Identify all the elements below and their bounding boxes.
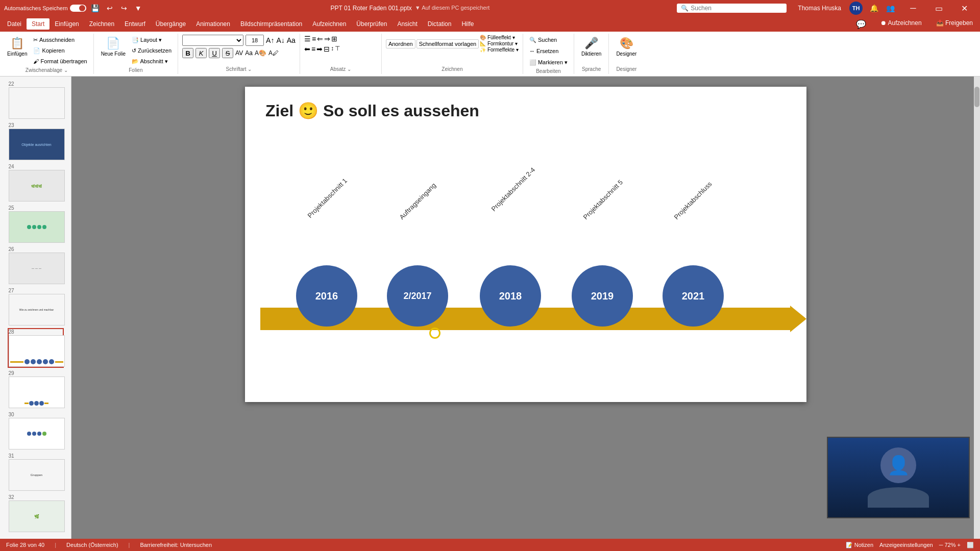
share-icon[interactable]: 👥 <box>885 3 895 13</box>
effects-button[interactable]: ✨ Formeffekte ▾ <box>480 47 519 53</box>
menu-animationen[interactable]: Animationen <box>191 18 235 30</box>
highlight-color[interactable]: A🎨 <box>255 49 266 57</box>
underline-button[interactable]: U <box>209 48 220 58</box>
comments-icon[interactable]: 💬 <box>851 17 871 31</box>
slide-thumb-28[interactable]: 28 <box>8 328 64 368</box>
minimize-button[interactable]: ─ <box>901 0 925 16</box>
search-input[interactable] <box>691 5 782 12</box>
menu-ueberpruefen[interactable]: Überprüfen <box>351 18 392 30</box>
save-button[interactable]: 💾 <box>90 3 101 13</box>
freigeben-button[interactable]: 📤 Freigeben <box>931 17 978 31</box>
bold-button[interactable]: B <box>182 48 193 58</box>
layout-button[interactable]: 📑 Layout ▾ <box>130 35 174 45</box>
quick-styles[interactable]: Schnellformat vorlagen <box>416 39 479 48</box>
autosave-toggle-switch[interactable] <box>70 5 86 12</box>
cut-button[interactable]: ✂ Ausschneiden <box>31 35 89 45</box>
label-projektabschnitt5: Projektabschnitt 5 <box>581 178 624 221</box>
search-box[interactable]: 🔍 <box>677 4 787 13</box>
scrollbar-thumb[interactable] <box>974 87 979 107</box>
menu-uebergaenge[interactable]: Übergänge <box>151 18 191 30</box>
section-button[interactable]: 📂 Abschnitt ▾ <box>130 56 174 66</box>
menu-ansicht[interactable]: Ansicht <box>392 18 422 30</box>
menu-datei[interactable]: Datei <box>2 18 27 30</box>
fit-slide[interactable]: ⬜ <box>967 542 974 548</box>
indent-decrease[interactable]: ⇐ <box>317 35 323 43</box>
slide-thumb-29[interactable]: 29 <box>8 369 64 409</box>
align-right[interactable]: ➡ <box>316 45 323 53</box>
slide-thumb-31[interactable]: 31 Gruppen <box>8 452 64 492</box>
close-button[interactable]: ✕ <box>952 0 976 16</box>
clear-format[interactable]: Aa <box>287 36 296 44</box>
node-2016[interactable]: 2016 <box>296 265 357 327</box>
node-2017[interactable]: 2/2017 <box>387 265 448 327</box>
menu-hilfe[interactable]: Hilfe <box>456 18 479 30</box>
dictate-button[interactable]: 🎤 Diktieren <box>578 35 604 59</box>
node-2021[interactable]: 2021 <box>663 265 724 327</box>
font-selector[interactable] <box>182 35 243 46</box>
notes-button[interactable]: 📝 Notizen <box>846 542 873 548</box>
menu-dictation[interactable]: Dictation <box>423 18 457 30</box>
node-2018[interactable]: 2018 <box>480 265 541 327</box>
slide-thumb-26[interactable]: 26 ─ ─ ─ <box>8 245 64 285</box>
menu-zeichnen[interactable]: Zeichnen <box>84 18 119 30</box>
select-button[interactable]: ⬜ Markieren ▾ <box>527 57 570 67</box>
zoom-controls[interactable]: ─ 72% + <box>939 542 961 548</box>
char-spacing[interactable]: AV <box>235 49 243 57</box>
menu-bildschirm[interactable]: Bildschirmpräsentation <box>235 18 307 30</box>
copy-button[interactable]: 📄 Kopieren <box>31 45 89 56</box>
designer-button[interactable]: 🎨 Designer <box>613 35 640 59</box>
new-slide-button[interactable]: 📄 Neue Folie <box>98 35 129 59</box>
menu-einfuegen[interactable]: Einfügen <box>50 18 84 30</box>
slide-thumb-27[interactable]: 27 Wie zu zeichnen und machbar <box>8 287 64 327</box>
list-ordered[interactable]: ≡ <box>312 35 316 43</box>
decrease-font[interactable]: A↓ <box>276 36 284 44</box>
char-case[interactable]: Aa <box>245 49 253 57</box>
search-icon: 🔍 <box>681 5 689 12</box>
slide-thumb-22[interactable]: 22 <box>8 80 64 120</box>
view-settings[interactable]: Anzeigeeinstellungen <box>879 542 933 548</box>
align-left[interactable]: ⬅ <box>304 45 310 53</box>
slide-thumb-25[interactable]: 25 <box>8 204 64 244</box>
columns[interactable]: ⊞ <box>331 35 337 43</box>
autosave-toggle[interactable]: Automatisches Speichern <box>4 5 86 12</box>
slide-thumb-32[interactable]: 32 🌿 <box>8 493 64 533</box>
redo-button[interactable]: ↪ <box>119 3 129 13</box>
fill-button[interactable]: 🎨 Fülleeffekt ▾ <box>480 35 519 40</box>
search-button[interactable]: 🔍 Suchen <box>527 35 559 45</box>
video-overlay: 👤 <box>827 437 970 518</box>
menu-start[interactable]: Start <box>27 18 50 30</box>
reset-button[interactable]: ↺ Zurücksetzen <box>130 45 174 56</box>
restore-button[interactable]: ▭ <box>927 0 950 16</box>
font-size[interactable] <box>246 35 264 46</box>
text-align-v[interactable]: ⊤ <box>335 45 340 53</box>
slide-thumb-30[interactable]: 30 <box>8 411 64 450</box>
slide-thumb-24[interactable]: 24 🌿🌿🌿 <box>8 163 64 203</box>
menu-aufzeichnen[interactable]: Aufzeichnen <box>307 18 351 30</box>
scrollbar-vertical[interactable] <box>974 77 980 539</box>
node-2019[interactable]: 2019 <box>572 265 633 327</box>
indent-increase[interactable]: ⇒ <box>324 35 330 43</box>
increase-font[interactable]: A↑ <box>266 36 274 44</box>
accessibility-status[interactable]: Barrierefreiheit: Untersuchen <box>140 542 212 548</box>
italic-button[interactable]: K <box>195 48 207 58</box>
align-justify[interactable]: ⊟ <box>324 45 330 53</box>
replace-button[interactable]: ↔ Ersetzen <box>527 46 560 56</box>
strikethrough-button[interactable]: S <box>222 48 233 58</box>
shapes-group[interactable]: Anordnen <box>386 39 415 48</box>
aufzeichnen-button[interactable]: ⏺ Aufzeichnen <box>875 17 927 31</box>
paste-button[interactable]: 📋 Einfügen <box>4 35 30 59</box>
titlebar-center: PPT 01 Roter Faden 001.pptx ▼ Auf diesem… <box>143 5 677 12</box>
font-color[interactable]: A🖊 <box>268 49 279 57</box>
align-center[interactable]: ≡ <box>311 45 315 53</box>
list-unordered[interactable]: ☰ <box>304 35 311 43</box>
undo-button[interactable]: ↩ <box>105 3 115 13</box>
more-button[interactable]: ▼ <box>133 3 143 13</box>
format-button[interactable]: 🖌 Format übertragen <box>31 56 89 66</box>
statusbar-right: 📝 Notizen Anzeigeeinstellungen ─ 72% + ⬜ <box>846 542 974 548</box>
notifications-icon[interactable]: 🔔 <box>869 3 879 13</box>
outline-button[interactable]: 📐 Formkontur ▾ <box>480 41 519 46</box>
slide-thumb-23[interactable]: 23 Objekte ausrichten <box>8 121 64 161</box>
text-direction[interactable]: ↕ <box>331 45 334 53</box>
language-status[interactable]: Deutsch (Österreich) <box>66 542 118 548</box>
menu-entwurf[interactable]: Entwurf <box>119 18 151 30</box>
